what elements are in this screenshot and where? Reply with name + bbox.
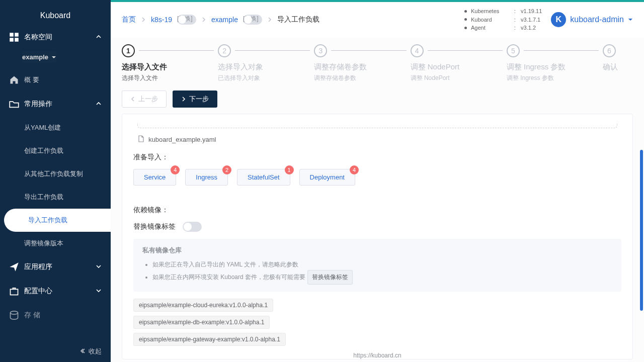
step-2: 2 选择导入对象 已选择导入对象	[218, 44, 314, 82]
menu-namespace-group[interactable]: 名称空间	[0, 25, 111, 49]
badge: 1	[285, 165, 294, 174]
user-menu[interactable]: K kuboard-admin	[551, 12, 633, 27]
menu-label: 常用操作	[24, 100, 52, 109]
breadcrumb-switch-ns[interactable]: [切换]	[243, 15, 262, 25]
step-1: 1 选择导入文件 选择导入文件	[122, 44, 218, 82]
badge: 4	[350, 165, 359, 174]
upload-dropzone-edge	[137, 123, 617, 128]
menu-label: 配置中心	[24, 287, 52, 296]
menu-export-workload[interactable]: 导出工作负载	[0, 186, 111, 209]
namespace-name: example	[22, 53, 48, 61]
svg-point-5	[11, 311, 18, 314]
svg-rect-2	[10, 38, 14, 42]
grid-icon	[9, 32, 19, 42]
tag-statefulset[interactable]: StatefulSet1	[237, 169, 290, 186]
uploaded-file[interactable]: kuboard_example.yaml	[137, 135, 617, 144]
menu-apps[interactable]: 应用程序	[0, 255, 111, 279]
prepare-label: 准备导入：	[133, 153, 621, 162]
menu-label: 应用程序	[24, 262, 52, 272]
badge: 2	[222, 165, 231, 174]
replace-image-toggle[interactable]	[183, 222, 202, 232]
sidebar-collapse[interactable]: 收起	[0, 341, 111, 362]
step-3: 3 调整存储卷参数 调整存储卷参数	[314, 44, 410, 82]
database-icon	[9, 310, 19, 320]
chevron-right-icon	[267, 16, 272, 24]
step-6: 6 确认	[603, 44, 633, 72]
collapse-icon	[79, 348, 86, 355]
document-icon	[137, 135, 144, 144]
menu-create-workload[interactable]: 创建工作负载	[0, 139, 111, 162]
menu-storage[interactable]: 存 储	[0, 303, 111, 327]
image-tag: eipsample/example-cloud-eureka:v1.0.0-al…	[133, 299, 273, 312]
footer-link[interactable]: https://kuboard.cn	[353, 352, 401, 359]
menu-adjust-image[interactable]: 调整镜像版本	[0, 232, 111, 255]
resource-tags: Service4 Ingress2 StatefulSet1 Deploymen…	[133, 169, 621, 186]
main: 首页 k8s-19 [切换] example [切换] 导入工作负载 Kuber…	[111, 0, 644, 362]
image-tag: eipsample/example-db-example:v1.0.0-alph…	[133, 316, 270, 329]
menu-label: 概 要	[24, 75, 39, 84]
menu-label: 名称空间	[24, 33, 52, 42]
menu-label: 存 储	[24, 311, 40, 320]
breadcrumb-namespace[interactable]: example	[211, 16, 238, 24]
prev-button[interactable]: 上一步	[122, 90, 167, 108]
breadcrumb: 首页 k8s-19 [切换] example [切换] 导入工作负载	[122, 15, 319, 25]
menu-copy-workload[interactable]: 从其他工作负载复制	[0, 162, 111, 186]
file-name: kuboard_example.yaml	[148, 136, 216, 143]
info-line: 如果您正在内网环境安装 Kuboard 套件，您极有可能需要替换镜像标签	[152, 270, 612, 285]
replace-label: 替换镜像标签	[133, 222, 176, 231]
logo: Kuboard	[0, 2, 111, 25]
chevron-right-icon	[141, 16, 146, 24]
chevron-up-icon	[96, 100, 102, 108]
send-icon	[9, 262, 19, 272]
chevron-down-icon	[96, 263, 102, 271]
menu-yaml-create[interactable]: 从YAML创建	[0, 116, 111, 139]
menu-config-center[interactable]: 配置中心	[0, 279, 111, 303]
home-icon	[9, 75, 19, 85]
briefcase-icon	[9, 286, 19, 296]
next-button[interactable]: 下一步	[173, 90, 217, 108]
menu-overview[interactable]: 概 要	[0, 68, 111, 92]
tag-service[interactable]: Service4	[133, 169, 176, 186]
avatar: K	[551, 12, 566, 27]
chevron-down-icon	[96, 287, 102, 295]
image-tag: eipsample/example-gateway-example:v1.0.0…	[133, 333, 286, 346]
breadcrumb-switch-cluster[interactable]: [切换]	[177, 15, 196, 25]
tag-deployment[interactable]: Deployment4	[299, 169, 355, 186]
content: 1 选择导入文件 选择导入文件 2 选择导入对象 已选择导入对象 3 调整存储卷…	[111, 37, 644, 363]
folder-icon	[9, 99, 19, 109]
version-info: Kubernetes:v1.19.11 Kuboard:v3.1.7.1 Age…	[464, 7, 542, 32]
tag-ingress[interactable]: Ingress2	[185, 169, 228, 186]
svg-rect-4	[11, 289, 18, 295]
breadcrumb-current: 导入工作负载	[277, 15, 319, 24]
sidebar: Kuboard 名称空间 example 概 要 常用操作 从YAML创建 创建…	[0, 0, 111, 362]
namespace-selector[interactable]: example	[22, 51, 56, 63]
scrollbar[interactable]	[640, 150, 643, 321]
svg-rect-1	[15, 33, 19, 37]
private-registry-info: 私有镜像仓库 如果您正在导入自己导出的 YAML 文件，请忽略此参数 如果您正在…	[133, 239, 621, 292]
wizard-steps: 1 选择导入文件 选择导入文件 2 选择导入对象 已选择导入对象 3 调整存储卷…	[122, 44, 633, 82]
header: 首页 k8s-19 [切换] example [切换] 导入工作负载 Kuber…	[111, 2, 644, 37]
menu-common-ops[interactable]: 常用操作	[0, 92, 111, 116]
info-line: 如果您正在导入自己导出的 YAML 文件，请忽略此参数	[152, 259, 612, 270]
caret-down-icon	[51, 55, 56, 60]
step-5: 5 调整 Ingress 参数 调整 Ingress 参数	[507, 44, 603, 82]
step-4: 4 调整 NodePort 调整 NodePort	[411, 44, 507, 82]
breadcrumb-cluster[interactable]: k8s-19	[151, 16, 172, 24]
menu-import-workload[interactable]: 导入工作负载	[4, 209, 111, 232]
chevron-up-icon	[96, 33, 102, 41]
badge: 4	[171, 165, 180, 174]
caret-down-icon	[628, 16, 633, 24]
svg-rect-0	[10, 33, 14, 37]
user-name: kuboard-admin	[570, 15, 624, 24]
breadcrumb-home[interactable]: 首页	[122, 15, 136, 24]
info-title: 私有镜像仓库	[142, 246, 612, 255]
depend-label: 依赖镜像：	[133, 206, 621, 215]
inline-tag[interactable]: 替换镜像标签	[307, 270, 353, 285]
chevron-right-icon	[201, 16, 206, 24]
svg-rect-3	[15, 38, 19, 42]
import-card: kuboard_example.yaml 准备导入： Service4 Ingr…	[122, 114, 633, 360]
